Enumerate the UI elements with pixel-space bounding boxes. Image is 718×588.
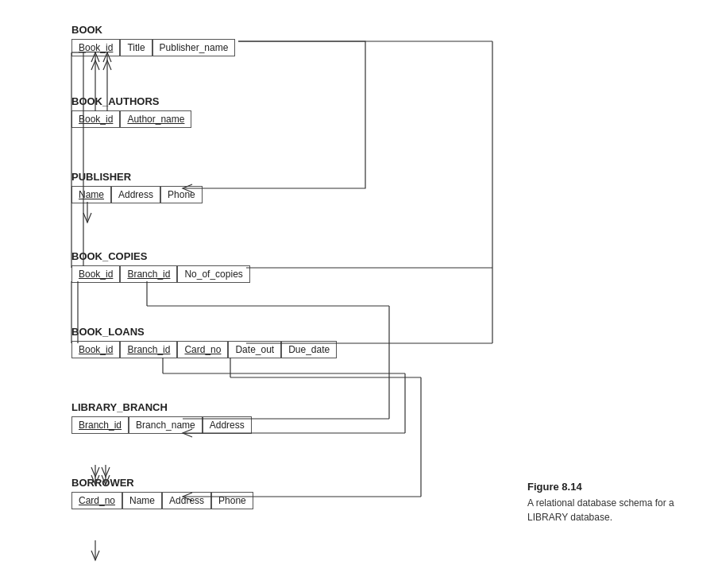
entity-book-loans-title: BOOK_LOANS <box>71 326 337 338</box>
book-field-book_id: Book_id <box>71 39 120 56</box>
borrower-field-address: Address <box>162 492 211 509</box>
borrower-field-phone: Phone <box>211 492 253 509</box>
book-authors-field-book_id: Book_id <box>71 110 120 128</box>
book-loans-field-book_id: Book_id <box>71 341 120 358</box>
book-field-publisher_name: Publisher_name <box>152 39 236 56</box>
entity-book-authors-table: Book_id Author_name <box>71 110 191 128</box>
entity-book-copies-table: Book_id Branch_id No_of_copies <box>71 265 250 283</box>
book-loans-field-date_out: Date_out <box>228 341 281 358</box>
entity-book-copies-title: BOOK_COPIES <box>71 250 250 262</box>
entity-library-branch: LIBRARY_BRANCH Branch_id Branch_name Add… <box>71 401 252 434</box>
entity-publisher: PUBLISHER Name Address Phone <box>71 171 203 203</box>
library-branch-field-branch_id: Branch_id <box>71 416 129 434</box>
publisher-field-phone: Phone <box>160 186 203 203</box>
entity-library-branch-table: Branch_id Branch_name Address <box>71 416 252 434</box>
entity-book-authors-title: BOOK_AUTHORS <box>71 95 191 107</box>
book-loans-field-card_no: Card_no <box>177 341 228 358</box>
library-branch-field-address: Address <box>203 416 252 434</box>
book-loans-field-due_date: Due_date <box>281 341 337 358</box>
caption-box: Figure 8.14 A relational database schema… <box>527 481 694 524</box>
entity-borrower-table: Card_no Name Address Phone <box>71 492 253 509</box>
entity-library-branch-title: LIBRARY_BRANCH <box>71 401 252 413</box>
book-field-title: Title <box>120 39 152 56</box>
entity-publisher-title: PUBLISHER <box>71 171 203 183</box>
book-authors-field-author_name: Author_name <box>120 110 191 128</box>
entity-book-copies: BOOK_COPIES Book_id Branch_id No_of_copi… <box>71 250 250 283</box>
book-copies-field-book_id: Book_id <box>71 265 120 283</box>
entity-book-title: BOOK <box>71 24 235 36</box>
entity-book-table: Book_id Title Publisher_name <box>71 39 235 56</box>
entity-borrower-title: BORROWER <box>71 477 253 489</box>
borrower-field-card_no: Card_no <box>71 492 122 509</box>
diagram-area: BOOK Book_id Title Publisher_name BOOK_A… <box>24 8 516 580</box>
entity-publisher-table: Name Address Phone <box>71 186 203 203</box>
entity-book-loans: BOOK_LOANS Book_id Branch_id Card_no Dat… <box>71 326 337 358</box>
entity-book-loans-table: Book_id Branch_id Card_no Date_out Due_d… <box>71 341 337 358</box>
book-copies-field-no_of_copies: No_of_copies <box>177 265 249 283</box>
publisher-field-address: Address <box>111 186 160 203</box>
caption-title: Figure 8.14 <box>527 481 694 493</box>
book-copies-field-branch_id: Branch_id <box>120 265 177 283</box>
entity-borrower: BORROWER Card_no Name Address Phone <box>71 477 253 509</box>
publisher-field-name: Name <box>71 186 111 203</box>
book-loans-field-branch_id: Branch_id <box>120 341 177 358</box>
entity-book-authors: BOOK_AUTHORS Book_id Author_name <box>71 95 191 128</box>
entity-book: BOOK Book_id Title Publisher_name <box>71 24 235 56</box>
borrower-field-name: Name <box>122 492 162 509</box>
library-branch-field-branch_name: Branch_name <box>129 416 203 434</box>
caption-text: A relational database schema for a LIBRA… <box>527 496 694 524</box>
